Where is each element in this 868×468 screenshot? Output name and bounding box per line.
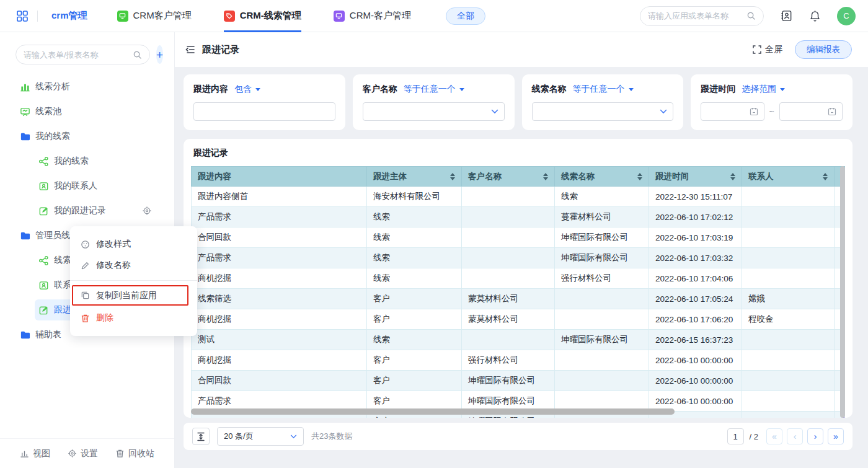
menu-item-copy-to-app[interactable]: 复制到当前应用 [73,286,187,304]
tab-crm-lead-mgmt[interactable]: CRM-线索管理 [224,0,301,32]
table-row[interactable]: 产品需求线索坤曜国际有限公司2022-06-10 17:03:32 [192,248,845,268]
horizontal-scrollbar[interactable] [191,408,675,415]
sidebar-item-lead-pool[interactable]: 线索池 [0,99,174,124]
fullscreen-icon [753,45,761,54]
table-row[interactable]: 商机挖掘客户强行材料公司2022-06-10 00:00:00 [192,350,845,371]
date-from-input[interactable] [701,102,764,121]
apps-grid-icon[interactable] [16,10,29,22]
sidebar-folder-my-leads[interactable]: 我的线索 [0,124,174,149]
folder-icon [20,131,30,142]
filter-operator-dropdown[interactable]: 等于任意一个 [404,84,464,95]
vertical-scrollbar[interactable] [840,166,845,418]
first-page-button[interactable]: « [766,428,782,444]
sort-icon[interactable] [637,173,642,180]
col-contact[interactable]: 联系人 [742,167,835,187]
sort-icon[interactable] [730,173,735,180]
col-customer-name[interactable]: 客户名称 [462,167,555,187]
calendar-icon [828,107,836,116]
sort-icon[interactable] [450,173,455,180]
copy-icon [81,291,90,300]
table-row[interactable]: 商机挖掘线索强行材料公司2022-06-10 17:04:06 [192,268,845,289]
col-lead-name[interactable]: 线索名称 [555,167,649,187]
table-row[interactable]: 商机挖掘客户蒙莫材料公司2022-06-10 17:06:20程咬金 [192,309,845,330]
gear-icon [68,449,77,458]
menu-item-edit-style[interactable]: 修改样式 [70,234,197,255]
sidebar-item-label: 联系 [54,280,71,291]
filter-select[interactable] [363,102,505,121]
add-form-button[interactable]: + [156,45,163,64]
sidebar-item-my-contacts[interactable]: 我的联系人 [0,174,174,198]
board-icon [20,107,30,117]
topbar-right: C [640,6,856,26]
current-page-input[interactable]: 1 [727,428,744,444]
table-wrapper: 跟进内容 跟进主体 客户名称 线索名称 跟进时间 联系人 跟 跟进内容侧首海安材… [191,166,845,418]
global-search[interactable] [640,6,764,26]
col-followup-content[interactable]: 跟进内容 [192,167,367,187]
fullscreen-button[interactable]: 全屏 [753,44,782,55]
recycle-bin-button[interactable]: 回收站 [115,448,154,459]
bell-icon[interactable] [809,10,821,22]
edit-report-button[interactable]: 编辑报表 [795,40,852,59]
sidebar-item-label: 我的跟进记录 [54,205,106,216]
menu-item-rename[interactable]: 修改名称 [70,255,197,276]
sidebar-search-input[interactable] [24,50,133,60]
settings-button[interactable]: 设置 [68,448,98,459]
sidebar-search[interactable] [16,45,150,64]
last-page-button[interactable]: » [828,428,844,444]
date-to-input[interactable] [779,102,843,121]
report-header: 跟进记录 全屏 编辑报表 [175,32,868,67]
sidebar-item-my-followups[interactable]: 我的跟进记录 [0,198,174,223]
app-monitor-icon [334,11,345,22]
table-row[interactable]: 测试线索坤曜国际有限公司2022-06-15 16:37:23 [192,330,845,350]
filter-text-input[interactable] [193,102,335,121]
col-followup-time[interactable]: 跟进时间 [649,167,742,187]
table-row[interactable]: 合同回款客户坤曜国际有限公司2022-06-10 00:00:00 [192,371,845,391]
col-followup-subject[interactable]: 跟进主体 [367,167,462,187]
fit-height-button[interactable] [192,428,210,445]
page-title: 跟进记录 [202,44,239,56]
filter-operator-dropdown[interactable]: 选择范围 [742,84,785,95]
link-chain-icon [38,255,49,266]
filter-select[interactable] [532,102,674,121]
sidebar-item-my-leads[interactable]: 我的线索 [0,149,174,174]
chevron-down-icon [660,109,667,114]
app-title[interactable]: crm管理 [51,10,87,22]
page-size-value: 20 条/页 [224,431,254,442]
user-avatar[interactable]: C [837,7,856,25]
sort-icon[interactable] [823,173,828,180]
filter-operator-dropdown[interactable]: 包含 [234,84,260,95]
collapse-sidebar-icon[interactable] [185,45,196,55]
sidebar-item-lead-analysis[interactable]: 线索分析 [0,74,174,99]
trash-icon [115,449,125,458]
folder-icon [20,330,30,340]
filter-operator-dropdown[interactable]: 等于任意一个 [573,84,634,95]
filter-operator-label: 包含 [234,84,252,95]
filter-followup-content: 跟进内容 包含 [184,74,345,130]
sidebar-item-label: 线索 [54,255,71,266]
tab-crm-customer-mgmt-2[interactable]: CRM-客户管理 [334,0,411,32]
filter-row: 跟进内容 包含 客户名称 等于任意一个 [184,74,852,130]
main-area: 跟进记录 全屏 编辑报表 跟进内容 包含 [175,32,868,468]
table-row[interactable]: 线索筛选客户蒙莫材料公司2022-06-10 17:05:24嫦娥 [192,289,845,309]
followup-table-card: 跟进记录 跟进内容 跟进主体 客户名称 线索名称 跟进时间 [184,139,852,418]
global-search-input[interactable] [648,11,746,20]
address-book-icon[interactable] [780,9,793,22]
tab-crm-customer-mgmt[interactable]: CRM客户管理 [117,0,192,32]
table-title: 跟进记录 [191,148,845,159]
next-page-button[interactable]: › [807,428,823,444]
table-row[interactable]: 合同回款线索坤曜国际有限公司2022-06-10 17:03:19 [192,227,845,248]
item-settings-gear-icon[interactable] [142,206,152,216]
prev-page-button[interactable]: ‹ [787,428,803,444]
menu-item-delete[interactable]: 删除 [70,307,197,329]
views-button[interactable]: 视图 [20,448,50,459]
page-size-select[interactable]: 20 条/页 [217,427,304,446]
filter-field-label: 跟进时间 [701,84,735,95]
caret-down-icon [780,88,785,91]
table-row[interactable]: 跟进内容侧首海安材料有限公司线索2022-12-30 15:11:07 [192,187,845,207]
sort-icon[interactable] [543,173,548,180]
tab-label: CRM客户管理 [133,10,192,22]
all-filter-pill[interactable]: 全部 [446,7,485,25]
topbar: crm管理 CRM客户管理 CRM-线索管理 CRM-客户管理 全部 [0,0,868,32]
bar-chart-icon [20,82,30,92]
table-row[interactable]: 产品需求线索蔓霍材料公司2022-06-10 17:02:12 [192,207,845,227]
